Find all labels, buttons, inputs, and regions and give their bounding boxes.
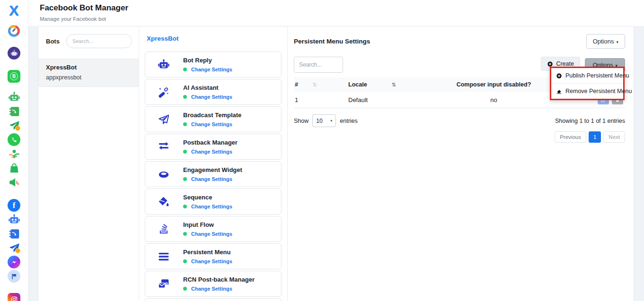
green-telegram-coin-icon[interactable] — [8, 119, 20, 132]
status-dot — [183, 95, 187, 99]
status-dot — [183, 150, 187, 154]
menu-bars-icon — [156, 250, 172, 263]
plus-circle-icon — [556, 73, 562, 79]
table-search-input[interactable] — [294, 57, 343, 73]
messenger-icon[interactable] — [8, 256, 20, 268]
change-settings-link[interactable]: Change Settings — [191, 94, 232, 100]
feature-card-clipped — [145, 298, 282, 301]
feature-title: Bot Reply — [183, 57, 232, 64]
magic-wand-icon — [156, 86, 172, 98]
status-dot — [183, 122, 187, 126]
flag-icon[interactable] — [8, 270, 20, 283]
entries-summary: Showing 1 to 1 of 1 entries — [555, 118, 625, 124]
page-size-value: 10 — [316, 118, 322, 124]
shopping-bag-icon[interactable] — [8, 162, 20, 174]
feature-title: Engagement Widget — [183, 166, 242, 173]
status-dot — [183, 177, 187, 181]
menu-item-publish-persistent-menu[interactable]: Publish Persistent Menu — [551, 68, 623, 83]
bot-id: appxpressbot — [46, 74, 131, 81]
page-subtitle: Manage your Facebook bot — [40, 16, 644, 22]
megaphone-icon[interactable] — [8, 176, 20, 189]
whatsapp-icon[interactable] — [8, 133, 20, 146]
paper-plane-icon — [156, 113, 172, 126]
sort-icon[interactable]: ⇅ — [392, 82, 396, 88]
dashboard-gauge-icon[interactable] — [8, 25, 20, 37]
feature-card-persistent-menu[interactable]: Persistent Menu Change Settings — [145, 243, 282, 269]
features-panel: XpressBot Bot Reply Change Settings AI A… — [139, 26, 288, 301]
feature-card-ai-assistant[interactable]: AI Assistant Change Settings — [145, 79, 282, 105]
change-settings-link[interactable]: Change Settings — [191, 231, 232, 237]
feature-card-bot-reply[interactable]: Bot Reply Change Settings — [145, 52, 282, 77]
feature-card-engagement-widget[interactable]: Engagement Widget Change Settings — [145, 161, 282, 187]
stack-icon — [156, 223, 172, 235]
feature-title: Broadcast Template — [183, 112, 241, 119]
current-page-button[interactable]: 1 — [589, 131, 601, 143]
plus-circle-icon — [547, 61, 553, 67]
change-settings-link[interactable]: Change Settings — [191, 286, 232, 292]
blue-robot-icon[interactable] — [8, 213, 20, 226]
cell-num: 1 — [294, 96, 348, 103]
options-dropdown-menu: Publish Persistent Menu Remove Persisten… — [550, 67, 625, 100]
bots-panel: Bots XpressBot appxpressbot — [38, 26, 139, 301]
page-size-select[interactable]: 10 ▾ — [312, 114, 336, 127]
status-dot — [183, 232, 187, 236]
selected-bot-link[interactable]: XpressBot — [147, 35, 282, 42]
green-robot-icon[interactable] — [8, 91, 20, 103]
show-label: Show — [294, 118, 309, 124]
green-contacts-icon[interactable] — [8, 105, 20, 118]
page-header: Facebook Bot Manager Manage your Faceboo… — [28, 0, 644, 26]
bot-list-item-selected[interactable]: XpressBot appxpressbot — [38, 59, 139, 87]
settings-panel: Persistent Menu Settings Options▾ Create… — [288, 26, 634, 301]
whatsapp-business-icon[interactable]: B — [8, 70, 20, 83]
feature-title: RCN Post-back Manager — [183, 276, 255, 283]
change-settings-link[interactable]: Change Settings — [191, 204, 232, 209]
purple-bot-icon[interactable] — [8, 47, 20, 60]
column-header-composer[interactable]: Composer input disabled? — [429, 81, 559, 88]
robot-icon — [156, 59, 172, 71]
eraser-icon — [556, 88, 562, 95]
feature-card-broadcast-template[interactable]: Broadcast Template Change Settings — [145, 106, 282, 132]
page-title: Facebook Bot Manager — [40, 3, 644, 13]
change-settings-link[interactable]: Change Settings — [191, 176, 232, 182]
feature-title: Sequence — [183, 194, 232, 201]
pagination: Previous 1 Next — [294, 131, 625, 143]
feature-card-sequence[interactable]: Sequence Change Settings — [145, 189, 282, 215]
status-dot — [183, 205, 187, 208]
status-dot — [183, 287, 187, 291]
bots-heading: Bots — [46, 38, 60, 45]
feature-card-input-flow[interactable]: Input Flow Change Settings — [145, 216, 282, 242]
paint-bucket-icon — [156, 196, 172, 208]
feature-title: Persistent Menu — [183, 249, 232, 256]
main-card: Bots XpressBot appxpressbot XpressBot Bo… — [38, 26, 634, 301]
feature-title: AI Assistant — [183, 84, 232, 91]
column-header-num[interactable]: #⇅ — [294, 81, 348, 88]
next-page-button[interactable]: Next — [603, 131, 625, 143]
previous-page-button[interactable]: Previous — [555, 131, 586, 143]
column-header-locale[interactable]: Locale⇅ — [348, 81, 429, 88]
change-settings-link[interactable]: Change Settings — [191, 258, 232, 264]
menu-item-remove-persistent-menu[interactable]: Remove Persistent Menu — [551, 83, 623, 99]
blue-contacts-icon[interactable] — [8, 227, 20, 240]
swap-arrows-icon — [156, 141, 172, 153]
blue-telegram-coin-icon[interactable] — [8, 241, 20, 254]
facebook-icon[interactable]: f — [8, 199, 20, 212]
header-options-button[interactable]: Options▾ — [586, 34, 625, 49]
feature-card-rcn-postback[interactable]: RCN Post-back Manager Change Settings — [145, 271, 282, 297]
status-dot — [183, 259, 187, 263]
bots-search-input[interactable] — [66, 34, 132, 48]
xpressbot-logo[interactable]: X — [8, 4, 20, 17]
ring-icon — [156, 168, 172, 181]
mail-devices-icon — [156, 278, 172, 290]
change-settings-link[interactable]: Change Settings — [191, 67, 232, 72]
instagram-icon[interactable] — [8, 293, 20, 301]
change-settings-link[interactable]: Change Settings — [191, 149, 232, 155]
status-dot — [183, 68, 187, 71]
change-settings-link[interactable]: Change Settings — [191, 121, 232, 127]
settings-title: Persistent Menu Settings — [294, 38, 370, 45]
feature-card-postback-manager[interactable]: Postback Manager Change Settings — [145, 134, 282, 160]
cell-locale: Default — [348, 96, 429, 103]
menu-item-label: Publish Persistent Menu — [565, 72, 629, 79]
entries-label: entries — [340, 118, 358, 124]
handover-icon[interactable] — [8, 147, 20, 160]
sort-icon[interactable]: ⇅ — [312, 82, 317, 88]
